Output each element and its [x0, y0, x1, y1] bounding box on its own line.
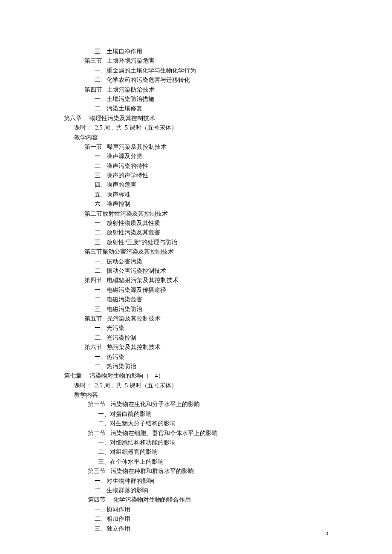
outline-line: 三、噪声的声学特性	[64, 171, 328, 180]
outline-content: 三、土壤自净作用第三节 土壤环境污染危害一、重金属的土壤化学与生物化学行为二、化…	[64, 47, 328, 534]
outline-line: 第六节 热污染及其控制技术	[64, 343, 328, 352]
document-page: 三、土壤自净作用第三节 土壤环境污染危害一、重金属的土壤化学与生物化学行为二、化…	[0, 0, 392, 551]
outline-line: 一、热污染	[64, 352, 328, 362]
outline-line: 二、热污染防治	[64, 362, 328, 371]
outline-line: 第一节 污染物在生化和分子水平上的影响	[64, 400, 328, 409]
outline-line: 三、放射性“三废”的处理与防治	[64, 238, 328, 247]
outline-line: 二、对组织器官的影响	[64, 447, 328, 457]
outline-line: 三、在个体水平上的影响	[64, 457, 328, 467]
outline-line: 一、对生物种群的影响	[64, 476, 328, 486]
outline-line: 一、协同作用	[64, 505, 328, 514]
outline-line: 三、电磁污染防治	[64, 305, 328, 314]
outline-line: 第四节 土壤污染防治技术	[64, 85, 328, 95]
outline-line: 第四节 化学污染物对生物的联合作用	[64, 495, 328, 505]
outline-line: 课时： 2.5 周，共 5 课时（五号宋体）	[64, 123, 328, 133]
outline-line: 三、土壤自净作用	[64, 47, 328, 56]
outline-line: 二、化学农药的污染危害与迁移转化	[64, 75, 328, 85]
outline-line: 一、光污染	[64, 323, 328, 333]
outline-line: 第五节 光污染及其控制技术	[64, 314, 328, 323]
outline-line: 第七章 污染物对生物的影响（ 4）	[64, 371, 328, 381]
outline-line: 一、对细胞结构和功能的影响	[64, 438, 328, 447]
outline-line: 一、噪声源及分类	[64, 152, 328, 161]
outline-line: 第三节振动公害污染及其控制技术	[64, 247, 328, 257]
outline-line: 第三节 污染物在种群和群落水平的影响	[64, 467, 328, 476]
outline-line: 第二节 污染物在细胞、器官和个体水平上的影响	[64, 429, 328, 438]
page-number: 3	[326, 530, 329, 537]
outline-line: 二、相加作用	[64, 514, 328, 524]
outline-line: 教学内容	[64, 133, 328, 142]
outline-line: 课时： 2.5 周，共 5 课时（五号宋体）	[64, 381, 328, 390]
outline-line: 二、光污染控制	[64, 333, 328, 343]
outline-line: 第二节放射性污染及其控制技术	[64, 209, 328, 219]
outline-line: 四、噪声的危害	[64, 180, 328, 190]
outline-line: 第一节 噪声污染及其控制技术	[64, 142, 328, 152]
outline-line: 第六章 物理性污染及其控制技术	[64, 114, 328, 123]
outline-line: 二、电磁污染危害	[64, 295, 328, 304]
outline-line: 五、噪声标准	[64, 190, 328, 199]
outline-line: 二、振动公害污染控制技术	[64, 266, 328, 276]
outline-line: 第三节 土壤环境污染危害	[64, 56, 328, 66]
outline-line: 教学内容	[64, 390, 328, 400]
outline-line: 一、土壤污染防治措施	[64, 95, 328, 104]
outline-line: 六、噪声控制	[64, 199, 328, 209]
outline-line: 一、放射性物质及其性质	[64, 219, 328, 228]
outline-line: 二、污染土壤修复	[64, 104, 328, 113]
outline-line: 二、生物群落的影响	[64, 486, 328, 495]
outline-line: 二、放射性污染及其危害	[64, 228, 328, 237]
outline-line: 一、重金属的土壤化学与生物化学行为	[64, 66, 328, 75]
outline-line: 第四节 电磁辐射污染及其控制技术	[64, 276, 328, 285]
outline-line: 二、噪声污染的特性	[64, 162, 328, 171]
outline-line: 一、振动公害污染	[64, 257, 328, 266]
outline-line: 三、独立作用	[64, 524, 328, 534]
outline-line: 一、电磁污染源及传播途径	[64, 286, 328, 295]
outline-line: 一、对蛋白酶的影响	[64, 410, 328, 419]
outline-line: 二、对生物大分子结构的影响	[64, 419, 328, 428]
